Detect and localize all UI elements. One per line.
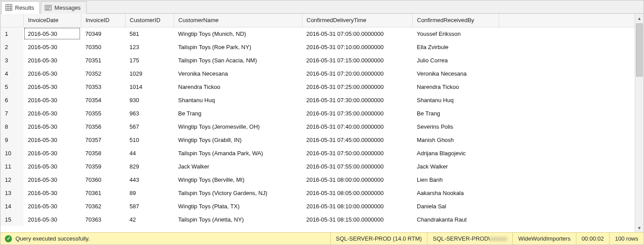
cell-invoice-date[interactable]: 2016-05-30 bbox=[23, 27, 81, 40]
row-number[interactable]: 13 bbox=[0, 186, 23, 199]
cell-customer-name[interactable]: Tailspin Toys (Roe Park, NY) bbox=[174, 40, 302, 54]
cell-confirmed-received-by[interactable]: Chandrakanta Raut bbox=[412, 213, 499, 226]
row-number[interactable]: 1 bbox=[0, 27, 23, 40]
cell-invoice-date[interactable]: 2016-05-30 bbox=[23, 146, 81, 160]
table-row[interactable]: 22016-05-3070350123Tailspin Toys (Roe Pa… bbox=[0, 40, 644, 54]
table-row[interactable]: 102016-05-307035844Tailspin Toys (Amanda… bbox=[0, 146, 644, 160]
cell-confirmed-received-by[interactable]: Aakarsha Nookala bbox=[412, 186, 499, 199]
row-number[interactable]: 15 bbox=[0, 213, 23, 226]
cell-customer-id[interactable]: 510 bbox=[125, 133, 174, 146]
table-row[interactable]: 32016-05-3070351175Tailspin Toys (San Ac… bbox=[0, 54, 644, 67]
cell-invoice-id[interactable]: 70357 bbox=[81, 133, 125, 146]
cell-customer-id[interactable]: 443 bbox=[125, 173, 174, 186]
cell-confirmed-received-by[interactable]: Lien Banh bbox=[412, 173, 499, 186]
cell-customer-name[interactable]: Shantanu Huq bbox=[174, 93, 302, 107]
row-number[interactable]: 14 bbox=[0, 199, 23, 213]
cell-invoice-id[interactable]: 70350 bbox=[81, 40, 125, 54]
col-confirmed-delivery-time[interactable]: ConfirmedDeliveryTime bbox=[302, 14, 412, 27]
cell-confirmed-received-by[interactable]: Jack Walker bbox=[412, 160, 499, 173]
cell-customer-id[interactable]: 42 bbox=[125, 213, 174, 226]
cell-invoice-id[interactable]: 70352 bbox=[81, 67, 125, 80]
cell-confirmed-received-by[interactable]: Shantanu Huq bbox=[412, 93, 499, 107]
table-row[interactable]: 92016-05-3070357510Wingtip Toys (Grabill… bbox=[0, 133, 644, 146]
cell-invoice-date[interactable]: 2016-05-30 bbox=[23, 40, 81, 54]
cell-invoice-date[interactable]: 2016-05-30 bbox=[23, 67, 81, 80]
cell-invoice-date[interactable]: 2016-05-30 bbox=[23, 160, 81, 173]
cell-customer-name[interactable]: Tailspin Toys (Victory Gardens, NJ) bbox=[174, 186, 302, 199]
cell-customer-id[interactable]: 930 bbox=[125, 93, 174, 107]
cell-invoice-date[interactable]: 2016-05-30 bbox=[23, 107, 81, 120]
scroll-track[interactable] bbox=[635, 23, 644, 223]
cell-invoice-id[interactable]: 70362 bbox=[81, 199, 125, 213]
tab-messages[interactable]: Messages bbox=[41, 1, 86, 14]
cell-invoice-id[interactable]: 70361 bbox=[81, 186, 125, 199]
cell-customer-id[interactable]: 89 bbox=[125, 186, 174, 199]
table-row[interactable]: 152016-05-307036342Tailspin Toys (Ariett… bbox=[0, 213, 644, 226]
cell-customer-id[interactable]: 829 bbox=[125, 160, 174, 173]
cell-customer-name[interactable]: Tailspin Toys (Arietta, NY) bbox=[174, 213, 302, 226]
row-number[interactable]: 11 bbox=[0, 160, 23, 173]
cell-confirmed-delivery-time[interactable]: 2016-05-31 07:05:00.0000000 bbox=[302, 27, 412, 40]
cell-confirmed-delivery-time[interactable]: 2016-05-31 07:20:00.0000000 bbox=[302, 67, 412, 80]
cell-customer-id[interactable]: 44 bbox=[125, 146, 174, 160]
cell-invoice-id[interactable]: 70354 bbox=[81, 93, 125, 107]
cell-confirmed-received-by[interactable]: Be Trang bbox=[412, 107, 499, 120]
cell-customer-id[interactable]: 581 bbox=[125, 27, 174, 40]
cell-confirmed-received-by[interactable]: Youssef Eriksson bbox=[412, 27, 499, 40]
cell-customer-name[interactable]: Jack Walker bbox=[174, 160, 302, 173]
cell-customer-id[interactable]: 123 bbox=[125, 40, 174, 54]
row-number[interactable]: 4 bbox=[0, 67, 23, 80]
table-row[interactable]: 112016-05-3070359829Jack Walker2016-05-3… bbox=[0, 160, 644, 173]
row-number[interactable]: 9 bbox=[0, 133, 23, 146]
cell-invoice-date[interactable]: 2016-05-30 bbox=[23, 80, 81, 93]
cell-customer-name[interactable]: Wingtip Toys (Grabill, IN) bbox=[174, 133, 302, 146]
cell-customer-name[interactable]: Wingtip Toys (Jeromesville, OH) bbox=[174, 120, 302, 133]
cell-confirmed-received-by[interactable]: Ella Zvirbule bbox=[412, 40, 499, 54]
cell-customer-id[interactable]: 175 bbox=[125, 54, 174, 67]
cell-confirmed-received-by[interactable]: Julio Correa bbox=[412, 54, 499, 67]
scroll-up-arrow[interactable]: ▲ bbox=[635, 14, 644, 23]
cell-confirmed-received-by[interactable]: Veronika Necesana bbox=[412, 67, 499, 80]
cell-invoice-date[interactable]: 2016-05-30 bbox=[23, 93, 81, 107]
cell-invoice-id[interactable]: 70356 bbox=[81, 120, 125, 133]
table-row[interactable]: 72016-05-3070355963Be Trang2016-05-31 07… bbox=[0, 107, 644, 120]
row-number[interactable]: 5 bbox=[0, 80, 23, 93]
cell-customer-name[interactable]: Tailspin Toys (Amanda Park, WA) bbox=[174, 146, 302, 160]
row-header-corner[interactable] bbox=[0, 14, 23, 27]
cell-invoice-id[interactable]: 70363 bbox=[81, 213, 125, 226]
row-number[interactable]: 10 bbox=[0, 146, 23, 160]
cell-customer-name[interactable]: Wingtip Toys (Berville, MI) bbox=[174, 173, 302, 186]
cell-confirmed-delivery-time[interactable]: 2016-05-31 08:10:00.0000000 bbox=[302, 199, 412, 213]
cell-invoice-id[interactable]: 70360 bbox=[81, 173, 125, 186]
cell-confirmed-delivery-time[interactable]: 2016-05-31 07:35:00.0000000 bbox=[302, 107, 412, 120]
col-customer-name[interactable]: CustomerName bbox=[174, 14, 302, 27]
cell-invoice-id[interactable]: 70355 bbox=[81, 107, 125, 120]
cell-customer-name[interactable]: Narendra Tickoo bbox=[174, 80, 302, 93]
cell-confirmed-delivery-time[interactable]: 2016-05-31 08:15:00.0000000 bbox=[302, 213, 412, 226]
cell-confirmed-delivery-time[interactable]: 2016-05-31 07:45:00.0000000 bbox=[302, 133, 412, 146]
cell-customer-id[interactable]: 1029 bbox=[125, 67, 174, 80]
cell-confirmed-received-by[interactable]: Adrijana Blagojevic bbox=[412, 146, 499, 160]
col-confirmed-received-by[interactable]: ConfirmedReceivedBy bbox=[412, 14, 499, 27]
row-number[interactable]: 6 bbox=[0, 93, 23, 107]
table-row[interactable]: 12016-05-3070349581Wingtip Toys (Munich,… bbox=[0, 27, 644, 40]
cell-customer-id[interactable]: 587 bbox=[125, 199, 174, 213]
cell-customer-name[interactable]: Tailspin Toys (San Acacia, NM) bbox=[174, 54, 302, 67]
cell-invoice-id[interactable]: 70351 bbox=[81, 54, 125, 67]
cell-invoice-id[interactable]: 70349 bbox=[81, 27, 125, 40]
cell-invoice-date[interactable]: 2016-05-30 bbox=[23, 133, 81, 146]
table-row[interactable]: 52016-05-30703531014Narendra Tickoo2016-… bbox=[0, 80, 644, 93]
cell-customer-name[interactable]: Wingtip Toys (Plata, TX) bbox=[174, 199, 302, 213]
table-row[interactable]: 82016-05-3070356567Wingtip Toys (Jeromes… bbox=[0, 120, 644, 133]
cell-confirmed-received-by[interactable]: Narendra Tickoo bbox=[412, 80, 499, 93]
col-customer-id[interactable]: CustomerID bbox=[125, 14, 174, 27]
table-row[interactable]: 62016-05-3070354930Shantanu Huq2016-05-3… bbox=[0, 93, 644, 107]
tab-results[interactable]: Results bbox=[1, 1, 40, 14]
cell-confirmed-received-by[interactable]: Manish Ghosh bbox=[412, 133, 499, 146]
cell-customer-id[interactable]: 567 bbox=[125, 120, 174, 133]
cell-confirmed-delivery-time[interactable]: 2016-05-31 07:25:00.0000000 bbox=[302, 80, 412, 93]
cell-confirmed-delivery-time[interactable]: 2016-05-31 07:40:00.0000000 bbox=[302, 120, 412, 133]
cell-confirmed-delivery-time[interactable]: 2016-05-31 08:00:00.0000000 bbox=[302, 173, 412, 186]
cell-customer-name[interactable]: Veronika Necesana bbox=[174, 67, 302, 80]
table-row[interactable]: 132016-05-307036189Tailspin Toys (Victor… bbox=[0, 186, 644, 199]
